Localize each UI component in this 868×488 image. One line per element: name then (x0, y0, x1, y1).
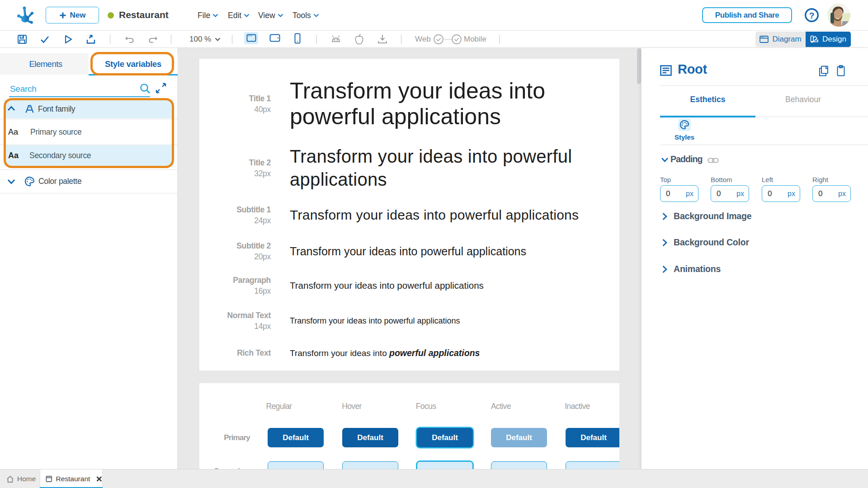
svg-text:?: ? (809, 11, 815, 20)
